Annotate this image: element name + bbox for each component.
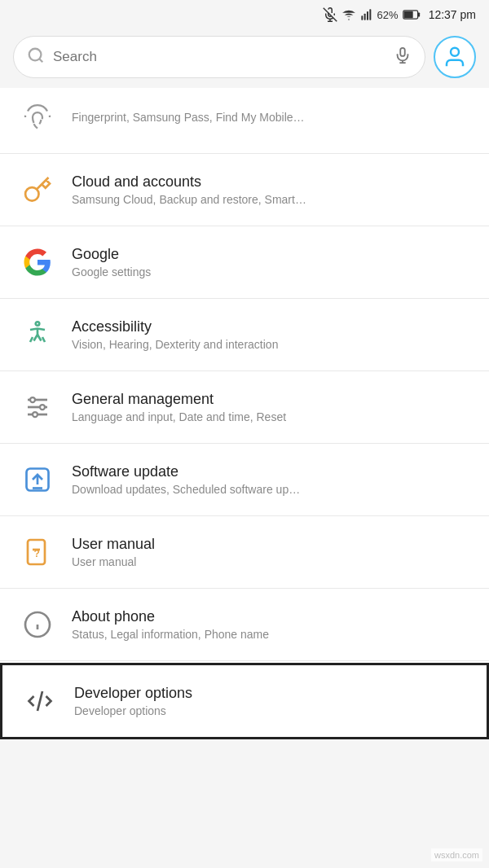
accessibility-subtitle: Vision, Hearing, Dexterity and interacti… bbox=[72, 338, 473, 351]
accessibility-text: Accessibility Vision, Hearing, Dexterity… bbox=[72, 318, 473, 351]
search-bar[interactable] bbox=[13, 36, 425, 78]
watermark: wsxdn.com bbox=[431, 848, 482, 861]
search-input[interactable] bbox=[53, 49, 385, 65]
svg-point-14 bbox=[451, 48, 459, 56]
status-bar: 62% 12:37 pm bbox=[0, 0, 489, 29]
biometrics-text: Fingerprint, Samsung Pass, Find My Mobil… bbox=[72, 111, 473, 124]
svg-text:?: ? bbox=[34, 548, 40, 559]
software-update-subtitle: Download updates, Scheduled software up… bbox=[72, 483, 473, 496]
settings-item-general-management[interactable]: General management Language and input, D… bbox=[0, 371, 489, 444]
mute-icon bbox=[323, 7, 337, 22]
settings-item-google[interactable]: Google Google settings bbox=[0, 226, 489, 299]
accessibility-icon bbox=[16, 313, 59, 356]
svg-rect-4 bbox=[367, 11, 368, 20]
status-time: 12:37 pm bbox=[429, 8, 476, 21]
cloud-accounts-icon bbox=[16, 169, 59, 211]
battery-icon bbox=[403, 9, 421, 20]
accessibility-title: Accessibility bbox=[72, 318, 473, 335]
settings-list: Fingerprint, Samsung Pass, Find My Mobil… bbox=[0, 88, 489, 739]
svg-rect-5 bbox=[369, 9, 371, 20]
google-text: Google Google settings bbox=[72, 246, 473, 278]
about-phone-title: About phone bbox=[72, 608, 473, 625]
biometrics-subtitle: Fingerprint, Samsung Pass, Find My Mobil… bbox=[72, 111, 473, 124]
user-manual-title: User manual bbox=[72, 536, 473, 553]
status-icons: 62% bbox=[323, 7, 421, 22]
general-management-text: General management Language and input, D… bbox=[72, 391, 473, 423]
google-title: Google bbox=[72, 246, 473, 263]
biometrics-icon bbox=[16, 96, 59, 138]
cloud-accounts-text: Cloud and accounts Samsung Cloud, Backup… bbox=[72, 173, 473, 206]
about-phone-text: About phone Status, Legal information, P… bbox=[72, 608, 473, 641]
settings-item-biometrics[interactable]: Fingerprint, Samsung Pass, Find My Mobil… bbox=[0, 88, 489, 154]
about-phone-subtitle: Status, Legal information, Phone name bbox=[72, 628, 473, 641]
search-icon bbox=[27, 46, 45, 68]
settings-item-developer-options[interactable]: Developer options Developer options bbox=[0, 663, 489, 739]
signal-icon bbox=[360, 8, 373, 21]
google-icon bbox=[16, 241, 59, 283]
settings-item-software-update[interactable]: Software update Download updates, Schedu… bbox=[0, 444, 489, 516]
user-manual-subtitle: User manual bbox=[72, 555, 473, 568]
settings-item-accessibility[interactable]: Accessibility Vision, Hearing, Dexterity… bbox=[0, 299, 489, 371]
svg-point-21 bbox=[33, 412, 37, 417]
general-management-subtitle: Language and input, Date and time, Reset bbox=[72, 410, 473, 423]
svg-rect-3 bbox=[363, 14, 365, 20]
svg-point-9 bbox=[29, 48, 42, 60]
svg-line-10 bbox=[39, 59, 42, 62]
cloud-accounts-subtitle: Samsung Cloud, Backup and restore, Smart… bbox=[72, 193, 473, 206]
cloud-accounts-title: Cloud and accounts bbox=[72, 173, 473, 191]
svg-rect-8 bbox=[403, 11, 412, 18]
google-subtitle: Google settings bbox=[72, 265, 473, 278]
svg-rect-7 bbox=[417, 12, 420, 16]
settings-item-user-manual[interactable]: ? User manual User manual bbox=[0, 516, 489, 589]
svg-point-1 bbox=[348, 19, 350, 20]
developer-options-icon bbox=[19, 680, 61, 722]
svg-point-20 bbox=[40, 405, 45, 410]
svg-line-30 bbox=[37, 691, 42, 711]
svg-rect-11 bbox=[400, 47, 405, 55]
developer-options-subtitle: Developer options bbox=[74, 704, 470, 717]
svg-point-15 bbox=[36, 322, 40, 326]
general-management-icon bbox=[16, 386, 59, 428]
wifi-icon bbox=[341, 7, 356, 22]
user-manual-icon: ? bbox=[16, 531, 59, 573]
user-manual-text: User manual User manual bbox=[72, 536, 473, 568]
software-update-icon bbox=[16, 458, 59, 501]
svg-point-19 bbox=[30, 397, 35, 402]
software-update-text: Software update Download updates, Schedu… bbox=[72, 463, 473, 496]
software-update-title: Software update bbox=[72, 463, 473, 480]
settings-item-cloud-accounts[interactable]: Cloud and accounts Samsung Cloud, Backup… bbox=[0, 154, 489, 226]
profile-button[interactable] bbox=[434, 36, 476, 78]
battery-text: 62% bbox=[377, 9, 399, 21]
mic-icon[interactable] bbox=[394, 46, 412, 68]
developer-options-text: Developer options Developer options bbox=[74, 685, 470, 717]
profile-icon bbox=[443, 45, 467, 69]
general-management-title: General management bbox=[72, 391, 473, 408]
developer-options-title: Developer options bbox=[74, 685, 470, 702]
search-bar-container bbox=[0, 29, 489, 88]
settings-item-about-phone[interactable]: About phone Status, Legal information, P… bbox=[0, 589, 489, 661]
svg-rect-2 bbox=[361, 15, 363, 20]
about-phone-icon bbox=[16, 603, 59, 646]
